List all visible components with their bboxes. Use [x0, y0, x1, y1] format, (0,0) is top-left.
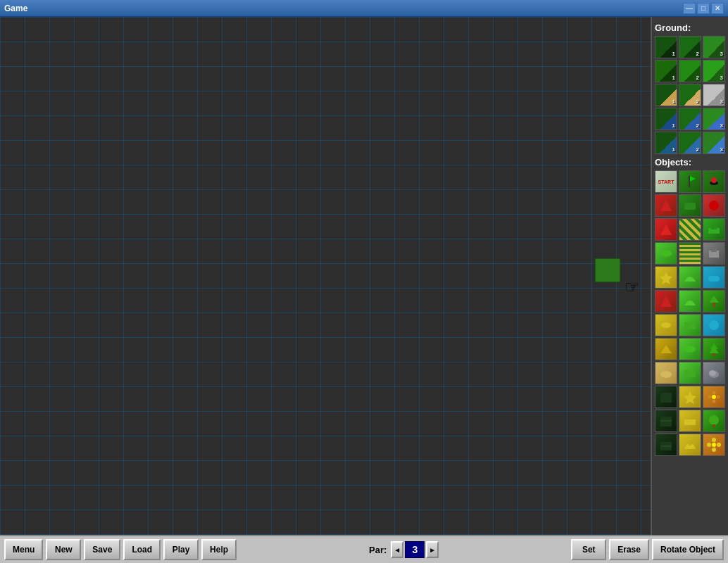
ground-tile-r2-1[interactable]: 1 — [655, 60, 677, 82]
ground-tile-r3-1[interactable]: 1 — [655, 84, 677, 106]
maximize-button[interactable]: □ — [697, 3, 710, 14]
ground-tile-r1-3[interactable]: 3 — [703, 36, 725, 58]
object-tile-2-1[interactable] — [655, 194, 677, 217]
ground-tile-r3-3[interactable]: 3 — [703, 84, 725, 106]
game-canvas[interactable]: ☞ — [0, 17, 651, 535]
par-label: Par: — [369, 545, 387, 555]
object-tile-4-3[interactable] — [703, 242, 725, 265]
rotate-object-button[interactable]: Rotate Object — [652, 539, 724, 560]
minimize-button[interactable]: — — [683, 3, 696, 14]
object-tile-8-1[interactable] — [655, 338, 677, 360]
object-tile-2-2[interactable] — [679, 194, 701, 217]
object-tile-9-1[interactable] — [655, 362, 677, 384]
svg-rect-38 — [684, 419, 696, 425]
object-tile-9-3[interactable] — [703, 362, 725, 384]
object-tile-8-2[interactable] — [679, 338, 701, 360]
help-button[interactable]: Help — [201, 539, 237, 560]
svg-marker-1 — [690, 176, 696, 182]
object-tile-10-1[interactable] — [655, 386, 677, 408]
ground-tile-r4-2[interactable]: 2 — [679, 108, 701, 130]
ground-tile-r3-2[interactable]: 2 — [679, 84, 701, 106]
object-tile-6-3[interactable] — [703, 290, 725, 312]
object-tile-11-1[interactable] — [655, 410, 677, 432]
par-left-arrow[interactable]: ◄ — [391, 541, 403, 558]
svg-rect-19 — [684, 322, 696, 329]
ground-tile-r1-1[interactable]: 1 — [655, 36, 677, 58]
object-tile-11-3[interactable] — [703, 410, 725, 432]
menu-button[interactable]: Menu — [4, 539, 43, 560]
new-button[interactable]: New — [46, 539, 81, 560]
svg-marker-15 — [660, 296, 672, 307]
ground-tile-r4-3[interactable]: 3 — [703, 108, 725, 130]
erase-button[interactable]: Erase — [609, 539, 649, 560]
object-tile-5-3[interactable] — [703, 266, 725, 289]
svg-point-43 — [712, 443, 716, 447]
object-tile-3-2[interactable] — [679, 218, 701, 241]
object-tile-4-1[interactable] — [655, 242, 677, 265]
object-tile-12-3[interactable] — [703, 434, 725, 456]
object-tile-12-2[interactable] — [679, 434, 701, 456]
main-layout: ☞ Ground: 1 2 3 1 2 3 1 2 3 1 2 3 1 2 3 … — [0, 17, 728, 535]
object-tile-2-3[interactable] — [703, 194, 725, 217]
svg-point-3 — [711, 177, 717, 183]
par-right-arrow[interactable]: ► — [426, 541, 439, 558]
object-tile-3-1[interactable] — [655, 218, 677, 241]
object-tile-5-1[interactable] — [655, 266, 677, 289]
object-tile-9-2[interactable] — [679, 362, 701, 384]
object-tile-10-3[interactable] — [703, 386, 725, 408]
svg-point-21 — [684, 346, 696, 353]
svg-rect-9 — [711, 225, 717, 229]
svg-marker-23 — [709, 346, 719, 353]
svg-point-18 — [661, 322, 671, 328]
ground-tile-r4-1[interactable]: 1 — [655, 108, 677, 130]
object-tile-7-3[interactable] — [703, 314, 725, 336]
svg-point-28 — [709, 370, 716, 376]
svg-point-47 — [707, 443, 711, 447]
svg-point-46 — [712, 448, 716, 452]
par-control: Par: ◄ 3 ► — [369, 541, 439, 558]
svg-point-6 — [709, 201, 719, 210]
placed-tile — [595, 258, 620, 282]
object-tile-11-2[interactable] — [679, 410, 701, 432]
svg-rect-40 — [713, 424, 715, 427]
object-tile-7-1[interactable] — [655, 314, 677, 336]
svg-rect-29 — [660, 393, 672, 403]
object-tile-12-1[interactable] — [655, 434, 677, 456]
ground-tile-r5-1[interactable]: 1 — [655, 132, 677, 154]
object-tile-hole[interactable] — [703, 170, 725, 193]
object-tile-6-2[interactable] — [679, 290, 701, 312]
object-tile-3-3[interactable] — [703, 218, 725, 241]
svg-point-39 — [709, 415, 719, 425]
ground-tile-r5-2[interactable]: 2 — [679, 132, 701, 154]
svg-rect-12 — [711, 248, 717, 252]
svg-rect-26 — [684, 370, 696, 377]
object-tile-8-3[interactable] — [703, 338, 725, 360]
svg-rect-17 — [713, 303, 715, 307]
close-button[interactable]: ✕ — [711, 3, 724, 14]
objects-tile-grid: START — [655, 170, 725, 456]
load-button[interactable]: Load — [123, 539, 161, 560]
object-tile-7-2[interactable] — [679, 314, 701, 336]
object-tile-6-1[interactable] — [655, 290, 677, 312]
svg-point-10 — [660, 250, 672, 257]
ground-tile-r2-3[interactable]: 3 — [703, 60, 725, 82]
ground-section-label: Ground: — [655, 23, 725, 33]
svg-point-25 — [660, 371, 672, 378]
play-button[interactable]: Play — [163, 539, 199, 560]
object-tile-5-2[interactable] — [679, 266, 701, 289]
svg-point-34 — [708, 396, 712, 399]
right-panel: Ground: 1 2 3 1 2 3 1 2 3 1 2 3 1 2 3 Ob… — [651, 17, 728, 535]
grid-overlay — [0, 17, 651, 535]
object-tile-10-2[interactable] — [679, 386, 701, 408]
object-tile-flag[interactable] — [679, 170, 701, 193]
svg-rect-5 — [684, 203, 696, 210]
object-tile-4-2[interactable] — [679, 242, 701, 265]
ground-tile-r1-2[interactable]: 2 — [679, 36, 701, 58]
object-tile-start[interactable]: START — [655, 170, 677, 193]
ground-tile-r2-2[interactable]: 2 — [679, 60, 701, 82]
titlebar: Game — □ ✕ — [0, 0, 728, 17]
save-button[interactable]: Save — [84, 539, 120, 560]
svg-marker-4 — [660, 200, 672, 211]
set-button[interactable]: Set — [571, 539, 606, 560]
ground-tile-r5-3[interactable]: 3 — [703, 132, 725, 154]
